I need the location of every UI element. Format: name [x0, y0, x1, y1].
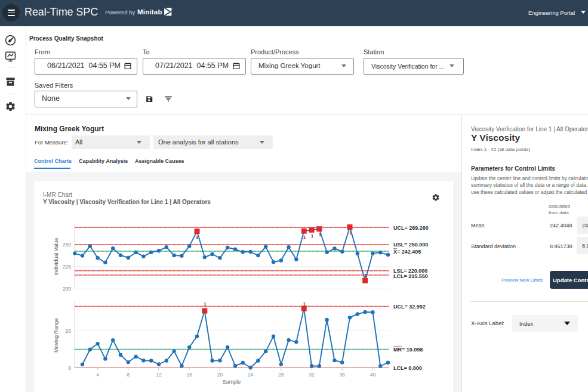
- svg-text:40: 40: [370, 372, 376, 378]
- svg-text:LCL= 215.550: LCL= 215.550: [393, 273, 428, 279]
- svg-text:Sample: Sample: [223, 379, 241, 385]
- svg-text:0: 0: [68, 365, 71, 371]
- svg-text:225: 225: [63, 264, 71, 270]
- svg-text:1: 1: [303, 301, 306, 307]
- svg-text:4: 4: [96, 372, 99, 378]
- svg-text:16: 16: [186, 372, 192, 378]
- svg-text:200: 200: [63, 286, 71, 292]
- svg-text:UCL= 269.260: UCL= 269.260: [393, 225, 429, 231]
- svg-text:USL= 250.000: USL= 250.000: [393, 242, 428, 248]
- svg-text:Moving Range: Moving Range: [53, 318, 59, 353]
- svg-text:8: 8: [127, 372, 130, 378]
- svg-text:1: 1: [349, 230, 352, 236]
- svg-text:32: 32: [309, 372, 315, 378]
- svg-text:LCL= 0.000: LCL= 0.000: [393, 365, 422, 371]
- svg-text:1: 1: [364, 273, 367, 278]
- svg-text:36: 36: [339, 372, 345, 378]
- svg-text:28: 28: [278, 372, 284, 378]
- svg-text:1: 1: [196, 234, 199, 240]
- svg-text:UCL= 32.992: UCL= 32.992: [393, 304, 426, 310]
- svg-text:20: 20: [217, 372, 223, 378]
- svg-text:1: 1: [303, 234, 306, 240]
- svg-text:20: 20: [66, 328, 72, 334]
- svg-text:12: 12: [156, 372, 162, 378]
- svg-text:1: 1: [204, 301, 207, 307]
- svg-text:250: 250: [63, 242, 71, 248]
- svg-text:1: 1: [319, 232, 322, 237]
- svg-text:X= 242.405: X= 242.405: [393, 249, 421, 255]
- svg-text:MR= 10.098: MR= 10.098: [393, 347, 423, 353]
- svg-text:24: 24: [248, 372, 254, 378]
- svg-text:Individual Value: Individual Value: [53, 238, 59, 276]
- svg-text:1: 1: [311, 233, 314, 239]
